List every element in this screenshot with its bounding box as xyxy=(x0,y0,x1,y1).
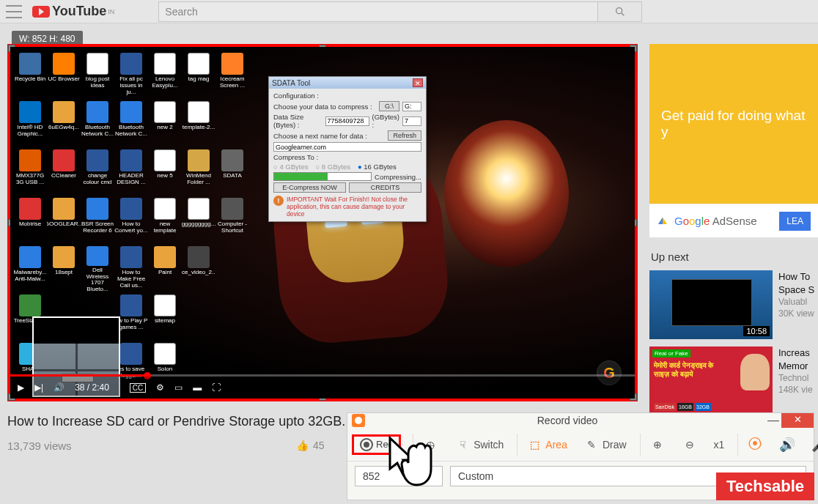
zoom-out-button[interactable]: ⊖ xyxy=(676,434,704,456)
webcam-button[interactable]: ⦿ xyxy=(737,434,769,456)
desktop-icon[interactable]: CCleaner xyxy=(47,149,81,196)
zoom-in-button[interactable]: ⊕ xyxy=(640,434,671,456)
desktop-icon[interactable]: UC Browser xyxy=(47,53,81,100)
width-input[interactable]: 852 xyxy=(355,466,443,486)
settings-icon[interactable]: ⚙ xyxy=(156,382,164,393)
play-icon[interactable]: ▶ xyxy=(18,382,24,393)
sdata-close-button[interactable]: ✕ xyxy=(413,78,423,87)
hand-down-icon: ☟ xyxy=(454,437,471,453)
desktop-icon[interactable]: Icecream Screen ... xyxy=(215,53,249,100)
drive-select[interactable]: G:\ xyxy=(379,101,399,111)
desktop-icon[interactable]: Recycle Bin xyxy=(13,53,47,100)
desktop-icon[interactable]: blog post ideas xyxy=(81,53,114,100)
zoom-in-icon: ⊕ xyxy=(649,437,666,453)
desktop-icon[interactable]: ice_video_2... xyxy=(182,246,215,293)
techsable-watermark: Techsable xyxy=(716,472,814,500)
opt-4gb[interactable]: ○ 4 GBytes xyxy=(273,163,308,171)
ad-banner[interactable]: Get paid for doing what y xyxy=(649,44,818,204)
desktop-icon[interactable] xyxy=(215,246,249,293)
desktop-icon[interactable]: tag mag xyxy=(182,53,215,100)
desktop-icon[interactable] xyxy=(182,294,215,341)
desktop-icon[interactable] xyxy=(215,294,249,341)
area-icon: ⬚ xyxy=(526,437,542,453)
speed-label[interactable]: x1 xyxy=(708,436,731,453)
reco-item-1[interactable]: 10:58 How To Space S Valuabl 30K view xyxy=(649,270,818,339)
ecompress-button[interactable]: E-Compress NOW xyxy=(273,182,346,193)
desktop-icon[interactable]: new 2 xyxy=(148,101,182,148)
opt-8gb[interactable]: ○ 8 GBytes xyxy=(315,163,350,171)
search-icon xyxy=(614,6,626,18)
desktop-icon[interactable]: How to Convert yo... xyxy=(114,198,148,245)
desktop-icon[interactable]: template-2... xyxy=(182,101,215,148)
youtube-logo[interactable]: YouTube IN xyxy=(32,4,114,19)
close-button[interactable]: ✕ xyxy=(781,413,814,428)
desktop-icon[interactable]: ggggggggg... xyxy=(182,198,215,245)
desktop-icon[interactable]: Bluetooth Network C... xyxy=(81,101,114,148)
search-input[interactable] xyxy=(158,1,598,22)
switch-button[interactable]: ☟Switch xyxy=(449,434,509,456)
desktop-icon[interactable]: HEADER DESIGN ... xyxy=(114,149,148,196)
desktop-icon[interactable]: new 5 xyxy=(148,149,182,196)
learn-button[interactable]: LEA xyxy=(779,212,811,231)
search-button[interactable] xyxy=(598,1,642,22)
desktop-icon[interactable]: SDATA xyxy=(215,149,249,196)
desktop-icon[interactable]: sitemap xyxy=(148,294,182,341)
desktop-icon[interactable]: new template xyxy=(148,198,182,245)
desktop-icon[interactable] xyxy=(215,101,249,148)
capture-area[interactable]: G Recycle BinUC Browserblog post ideasFi… xyxy=(7,44,638,401)
draw-button[interactable]: ✎Draw xyxy=(578,434,633,456)
miniplayer-icon[interactable]: ▭ xyxy=(174,382,183,393)
opt-16gb[interactable]: ● 16 GBytes xyxy=(358,163,397,171)
mic-button[interactable]: 🎤 xyxy=(806,434,818,456)
theater-icon[interactable]: ▬ xyxy=(193,382,202,393)
adsense-strip[interactable]: Google Google AdSenseAdSense LEA xyxy=(649,204,818,237)
video-title: How to Increase SD card or Pendrive Stor… xyxy=(7,414,345,429)
timer-button[interactable]: ◷ xyxy=(413,434,444,456)
hamburger-icon[interactable] xyxy=(6,5,22,18)
sdata-title: SDATA Tool xyxy=(272,79,310,87)
desktop-icon[interactable]: MMX377G 3G USB ... xyxy=(13,149,47,196)
volume-icon[interactable]: 🔊 xyxy=(54,382,65,393)
warning-icon: ! xyxy=(273,196,284,206)
area-button[interactable]: ⬚Area xyxy=(517,434,573,456)
zoom-out-icon: ⊖ xyxy=(682,437,698,453)
desktop-icon[interactable]: BSR Screen Recorder 6 xyxy=(81,198,114,245)
desktop-icon[interactable]: Computer - Shortcut xyxy=(215,198,249,245)
desktop-icon[interactable]: How to Make Free Call us... xyxy=(114,246,148,293)
desktop-icon[interactable]: Bluetooth Network C... xyxy=(114,101,148,148)
drive-display[interactable] xyxy=(402,102,421,111)
recorder-toolbar: Rec ◷ ☟Switch ⬚Area ✎Draw ⊕ ⊖ x1 ⦿ 🔊 🎤 xyxy=(347,428,814,462)
name-input[interactable] xyxy=(273,142,421,152)
fullscreen-icon[interactable]: ⛶ xyxy=(212,382,221,393)
minimize-button[interactable]: — xyxy=(765,414,781,427)
sdata-tool-window[interactable]: SDATA Tool ✕ Configuration : Choose your… xyxy=(268,76,427,222)
next-icon[interactable]: ▶| xyxy=(34,382,43,393)
likes[interactable]: 👍 45 xyxy=(296,440,325,451)
desktop-icon[interactable]: GOOGLEAR... xyxy=(47,198,81,245)
gbytes-input[interactable] xyxy=(402,116,421,126)
desktop-icon[interactable]: Malwareby... Anti-Malw... xyxy=(13,246,47,293)
speaker-button[interactable]: 🔊 xyxy=(773,434,801,456)
desktop-icon[interactable]: WinMend Folder ... xyxy=(182,149,215,196)
cc-icon[interactable]: CC xyxy=(130,383,146,393)
desktop-icon[interactable]: Fix all pc issues in ju... xyxy=(114,53,148,100)
desktop-icon[interactable]: Mobirise xyxy=(13,198,47,245)
desktop-icon[interactable]: Paint xyxy=(148,246,182,293)
sdata-titlebar[interactable]: SDATA Tool ✕ xyxy=(269,77,426,89)
desktop-icon[interactable]: Dell Wireless 1707 Blueto... xyxy=(81,246,114,293)
desktop-icon[interactable]: 18sept xyxy=(47,246,81,293)
svg-line-1 xyxy=(622,13,624,15)
recorder-titlebar[interactable]: Record video — ✕ xyxy=(347,413,814,428)
datasize-input[interactable] xyxy=(325,116,369,126)
record-button[interactable]: Rec xyxy=(352,434,401,455)
credits-button[interactable]: CREDITS xyxy=(349,182,421,193)
desktop-icon[interactable]: change colour cmd xyxy=(81,149,114,196)
desktop-icon[interactable]: 6uEGw4q... xyxy=(47,101,81,148)
desktop-icon[interactable]: Lenovo Easyplu... xyxy=(148,53,182,100)
thumbs-up-icon[interactable]: 👍 xyxy=(296,440,309,451)
refresh-button[interactable]: Refresh xyxy=(388,130,421,141)
record-icon xyxy=(360,438,373,451)
reco-item-2[interactable]: Real or Fake मेमोरी कार्ड पेनड्राइव केसा… xyxy=(649,346,818,415)
desktop-icon[interactable]: Intel® HD Graphic... xyxy=(13,101,47,148)
recorder-title: Record video xyxy=(369,415,765,426)
